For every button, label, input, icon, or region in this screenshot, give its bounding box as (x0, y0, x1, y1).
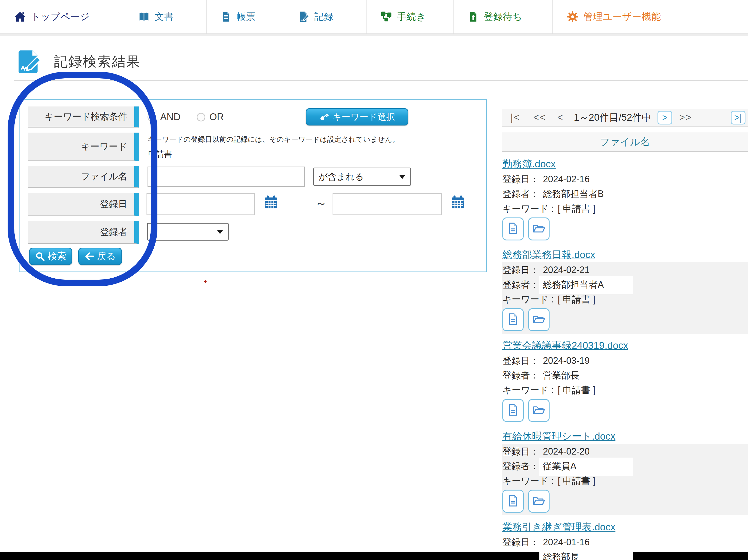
document-icon (507, 221, 519, 236)
keyword-block: キーワード :[ 申請書 ] (502, 383, 748, 424)
registrant-line: 登録者：従業員A (502, 459, 748, 473)
nav-label: 管理ユーザー機能 (584, 10, 661, 23)
nav-item-admin-functions[interactable]: 管理ユーザー機能 (553, 0, 748, 33)
nav-item-records[interactable]: 記録 (284, 0, 367, 33)
keyword-value: [ 申請書 ] (558, 203, 595, 214)
keyword-line: キーワード :[ 申請書 ] (502, 383, 748, 397)
nav-item-procedures[interactable]: 手続き (367, 0, 454, 33)
registrant-line: 登録者：総務部担当者B (502, 187, 748, 201)
file-link[interactable]: 営業会議議事録240319.docx (502, 339, 628, 352)
radio-or-circle[interactable] (197, 113, 205, 121)
view-document-button[interactable] (502, 490, 524, 513)
keyword-select-button[interactable]: キーワード選択 (306, 108, 408, 125)
form-icon (221, 11, 231, 22)
pagination-bar: |< << < 1～20件目/52件中 > >> >| (502, 109, 748, 127)
file-link[interactable]: 総務部業務日報.docx (502, 249, 595, 261)
registrant-label: 登録者： (502, 461, 539, 471)
reg-date-line: 登録日：2024-02-21 (502, 263, 748, 277)
red-dot-mark (204, 280, 207, 283)
reg-date-line: 登録日：2024-02-20 (502, 444, 748, 459)
filename-input[interactable] (147, 167, 305, 187)
page: トップページ 文書 帳票 記録 手続き (0, 0, 748, 560)
result-item: 勤務簿.docx 登録日：2024-02-16 登録者：総務部担当者B キーワー… (502, 152, 748, 243)
calendar-icon-from[interactable] (264, 195, 278, 210)
open-folder-button[interactable] (528, 490, 550, 513)
reg-date-value: 2024-02-20 (543, 446, 590, 457)
open-folder-button[interactable] (528, 399, 550, 422)
file-link[interactable]: 有給休暇管理シート.docx (502, 430, 615, 443)
registrant-value: 総務部長 (539, 549, 633, 560)
nav-label: 手続き (397, 10, 426, 23)
results-header: ファイル名 (502, 132, 748, 152)
keyword-current-value: 申請書 (148, 149, 172, 160)
reg-date-value: 2024-03-19 (543, 355, 590, 366)
pagination-fast-prev[interactable]: << (533, 112, 546, 123)
registrant-value: 総務部担当者B (543, 189, 604, 199)
pagination-prev[interactable]: < (557, 112, 563, 123)
keyword-block: キーワード :[ 申請書 ] (502, 473, 748, 515)
reg-date-label: 登録日： (502, 355, 539, 366)
search-button[interactable]: 検索 (29, 248, 72, 265)
label-keyword-condition: キーワード検索条件 (28, 107, 139, 127)
radio-and-circle[interactable] (147, 113, 156, 121)
filename-match-select[interactable]: が含まれる (313, 168, 411, 186)
file-link[interactable]: 勤務簿.docx (502, 158, 556, 170)
pagination-next-button[interactable]: > (657, 111, 672, 124)
keyword-condition-radios: AND OR (147, 107, 240, 127)
reg-date-value: 2024-02-16 (543, 174, 590, 184)
reg-date-label: 登録日： (502, 265, 539, 275)
filename-match-value: が含まれる (319, 171, 364, 183)
keyword-line: キーワード :[ 申請書 ] (502, 201, 748, 216)
keyword-value: [ 申請書 ] (558, 385, 595, 395)
document-icon (507, 494, 519, 509)
reg-date-label: 登録日： (502, 537, 539, 547)
result-actions (502, 216, 748, 243)
folder-open-icon (532, 222, 546, 236)
reg-date-line: 登録日：2024-03-19 (502, 353, 748, 368)
page-title: 記録検索結果 (54, 52, 141, 71)
label-registrant: 登録者 (28, 221, 139, 244)
pagination-fast-next[interactable]: >> (679, 112, 692, 123)
nav-item-top-page[interactable]: トップページ (0, 0, 124, 33)
nav-item-forms[interactable]: 帳票 (207, 0, 284, 33)
keyword-block: キーワード :[ 申請書 ] (502, 201, 748, 243)
radio-or[interactable]: OR (197, 112, 224, 122)
nav-item-documents[interactable]: 文書 (124, 0, 207, 33)
folder-open-icon (532, 494, 546, 508)
open-folder-button[interactable] (528, 217, 550, 240)
pagination-first[interactable]: |< (511, 112, 520, 123)
nav-item-pending-registration[interactable]: 登録待ち (454, 0, 553, 33)
back-button-label: 戻る (97, 250, 116, 263)
registrant-select[interactable] (147, 223, 229, 240)
date-range-separator: ～ (315, 195, 327, 211)
reg-date-label: 登録日： (502, 446, 539, 457)
registrant-line: 登録者：総務部担当者A (502, 277, 748, 292)
view-document-button[interactable] (502, 308, 524, 331)
file-link[interactable]: 業務引き継ぎ管理表.docx (502, 521, 615, 533)
result-details: 登録日：2024-02-21 登録者：総務部担当者A キーワード :[ 申請書 … (502, 262, 748, 334)
chevron-down-icon (217, 230, 223, 234)
back-button[interactable]: 戻る (78, 248, 122, 265)
nav-label: 登録待ち (484, 10, 522, 23)
folder-open-icon (532, 403, 546, 418)
result-actions (502, 397, 748, 424)
open-folder-button[interactable] (528, 308, 550, 331)
reg-date-from-input[interactable] (146, 193, 255, 215)
document-icon (507, 403, 519, 418)
keyword-note: キーワードの登録日以前の記録には、そのキーワードは設定されていません。 (147, 135, 399, 144)
result-actions (502, 307, 748, 334)
radio-or-label: OR (209, 112, 224, 122)
record-search-icon (17, 50, 42, 74)
registrant-label: 登録者： (502, 189, 539, 199)
registrant-value: 従業員A (539, 458, 633, 476)
radio-and[interactable]: AND (147, 112, 181, 122)
results-list: 勤務簿.docx 登録日：2024-02-16 登録者：総務部担当者B キーワー… (502, 152, 748, 560)
calendar-icon-to[interactable] (451, 195, 465, 210)
keyword-label: キーワード : (502, 475, 554, 486)
record-icon (298, 11, 309, 22)
view-document-button[interactable] (502, 399, 524, 422)
results-panel: |< << < 1～20件目/52件中 > >> >| ファイル名 勤務簿.do… (502, 109, 748, 560)
reg-date-to-input[interactable] (332, 193, 442, 215)
pagination-last-button[interactable]: >| (731, 111, 746, 124)
view-document-button[interactable] (502, 217, 524, 240)
